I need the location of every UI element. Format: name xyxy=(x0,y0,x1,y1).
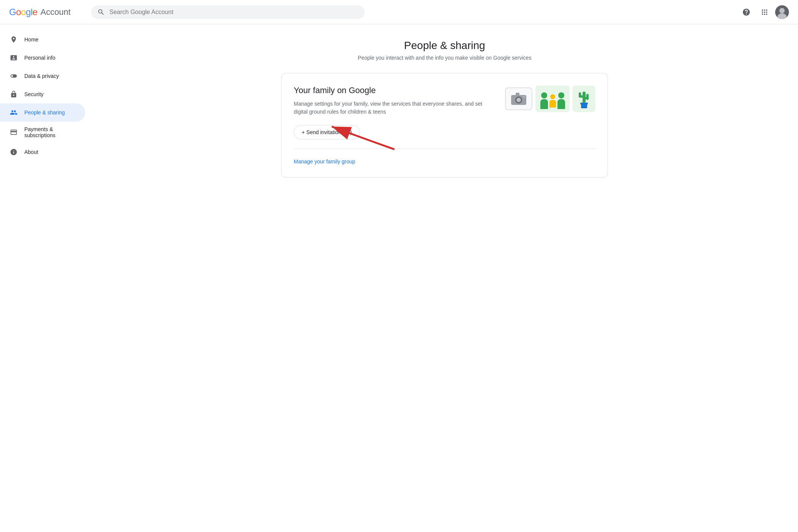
sidebar-item-about[interactable]: About xyxy=(0,143,85,161)
camera-illustration xyxy=(505,87,532,110)
sidebar-label-security: Security xyxy=(24,91,44,97)
account-label: Account xyxy=(40,7,71,17)
google-logo: Google xyxy=(9,7,37,17)
send-invitations-label: + Send invitations (5) xyxy=(302,129,352,135)
toggle-icon xyxy=(9,71,18,81)
sidebar-item-data-privacy[interactable]: Data & privacy xyxy=(0,67,85,85)
sidebar-label-data-privacy: Data & privacy xyxy=(24,73,59,79)
figure-child xyxy=(549,94,556,108)
family-illustration xyxy=(535,86,570,112)
card-description: Manage settings for your family, view th… xyxy=(294,100,491,116)
help-button[interactable] xyxy=(739,5,754,20)
svg-rect-13 xyxy=(579,92,581,98)
main-content: People & sharing People you interact wit… xyxy=(91,24,798,532)
card-divider xyxy=(294,149,595,149)
sidebar-item-security[interactable]: Security xyxy=(0,85,85,103)
sidebar-label-personal-info: Personal info xyxy=(24,55,55,61)
person-card-icon xyxy=(9,53,18,62)
card-header: Your family on Google Manage settings fo… xyxy=(294,86,595,139)
page-title: People & sharing xyxy=(114,40,775,52)
logo-area: Google Account xyxy=(9,7,85,17)
sidebar-label-about: About xyxy=(24,149,38,155)
lock-icon xyxy=(9,90,18,99)
figure-adult-1 xyxy=(540,92,548,109)
svg-point-1 xyxy=(779,8,785,13)
sidebar-label-home: Home xyxy=(24,36,38,43)
help-icon xyxy=(742,8,750,16)
svg-point-6 xyxy=(516,98,521,102)
manage-family-link[interactable]: Manage your family group xyxy=(294,158,355,165)
svg-rect-7 xyxy=(516,93,519,96)
card-illustration xyxy=(505,86,595,112)
cactus-icon xyxy=(577,89,591,109)
people-icon xyxy=(9,108,18,117)
search-bar[interactable] xyxy=(91,5,365,19)
search-input[interactable] xyxy=(109,9,359,16)
avatar-icon xyxy=(775,5,789,19)
figure-adult-2 xyxy=(557,92,565,109)
apps-icon xyxy=(760,8,769,16)
apps-button[interactable] xyxy=(757,5,772,20)
send-invitations-button[interactable]: + Send invitations (5) xyxy=(294,125,360,139)
svg-rect-15 xyxy=(586,94,589,100)
home-icon xyxy=(9,35,18,44)
search-icon xyxy=(97,8,105,16)
sidebar-label-payments: Payments & subscriptions xyxy=(24,126,76,138)
svg-point-8 xyxy=(523,96,525,98)
card-icon xyxy=(9,128,18,137)
header: Google Account xyxy=(0,0,798,24)
card-content: Your family on Google Manage settings fo… xyxy=(294,86,496,139)
family-card: Your family on Google Manage settings fo… xyxy=(281,73,608,177)
main-layout: Home Personal info Data & privacy Securi… xyxy=(0,24,798,532)
cactus-illustration xyxy=(573,86,595,112)
sidebar-item-people-sharing[interactable]: People & sharing xyxy=(0,103,85,122)
header-actions xyxy=(739,5,789,20)
sidebar-item-home[interactable]: Home xyxy=(0,30,85,49)
sidebar-item-payments[interactable]: Payments & subscriptions xyxy=(0,122,85,143)
sidebar-item-personal-info[interactable]: Personal info xyxy=(0,49,85,67)
sidebar: Home Personal info Data & privacy Securi… xyxy=(0,24,91,532)
avatar[interactable] xyxy=(775,5,789,19)
send-invitations-wrapper: + Send invitations (5) xyxy=(294,125,496,139)
sidebar-label-people-sharing: People & sharing xyxy=(24,109,65,116)
info-icon xyxy=(9,147,18,157)
camera-icon xyxy=(510,92,527,106)
page-subtitle: People you interact with and the info yo… xyxy=(114,55,775,61)
card-title: Your family on Google xyxy=(294,86,496,95)
